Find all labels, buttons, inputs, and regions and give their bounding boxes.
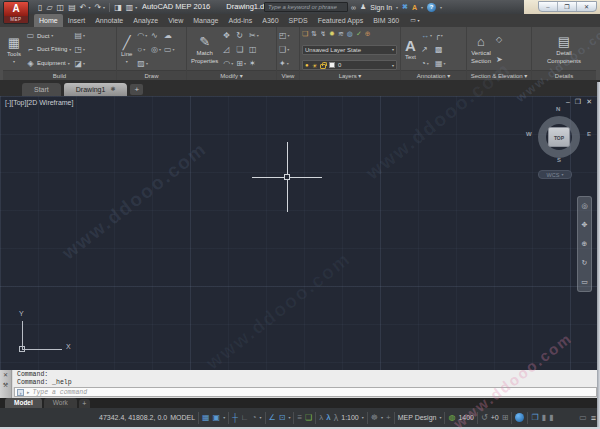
wipeout-button[interactable]: ▩ (435, 45, 446, 54)
ribbon-tab-annotate[interactable]: Annotate (90, 14, 128, 27)
explode-button[interactable]: ✶ (249, 59, 259, 68)
view-tool-2[interactable]: ❑▾ (279, 45, 290, 54)
object-snap-tracking-icon[interactable]: ∠ (269, 413, 276, 423)
sign-in-button[interactable]: Sign In (370, 4, 392, 11)
copy-button[interactable]: ❏ (236, 45, 246, 54)
cloud-button[interactable]: ☁ (164, 31, 175, 40)
elevation-button[interactable]: ➤ (496, 55, 503, 64)
section-box-button[interactable]: ◇ (496, 35, 503, 44)
ribbon-tab-spds[interactable]: SPDS (284, 14, 313, 27)
status-bar-extra-icon[interactable]: ▮ (542, 413, 546, 423)
redo-dropdown[interactable]: ▾ (103, 5, 105, 10)
line-button[interactable]: ╱ Line ▾ (119, 29, 134, 70)
viewcube-top-face[interactable]: TOP (548, 127, 570, 147)
hatch-button[interactable]: ▨▾ (137, 59, 148, 68)
coordinates-readout[interactable]: 47342.4, 41808.2, 0.0 (99, 414, 167, 421)
annotation-scale-value[interactable]: 1:100 (341, 414, 359, 421)
help-dropdown[interactable]: ▾ (440, 5, 442, 10)
viewport-controls-label[interactable]: [-][Top][2D Wireframe] (5, 99, 73, 106)
viewcube-south[interactable]: S (557, 157, 561, 163)
layer-off-icon[interactable]: ◍ (347, 30, 353, 38)
qat-customize-dropdown[interactable]: ▾ (135, 5, 137, 10)
navigation-bar[interactable]: ◎ ✥ ⊕ ↻ ▭ (577, 196, 592, 292)
ribbon-tab-home[interactable]: Home (34, 14, 63, 27)
arc-button[interactable]: ◠▾ (137, 31, 148, 40)
view-tool-1[interactable]: ◰▾ (279, 31, 290, 40)
array-button[interactable]: ⊞▾ (236, 59, 246, 68)
detail-components-button[interactable]: ▤ Detail Components (545, 29, 583, 70)
panel-title-draw[interactable]: Draw (117, 70, 186, 80)
graphics-performance-icon[interactable] (515, 413, 524, 422)
dimension-button[interactable]: ↔▾ (421, 31, 432, 40)
multileader-button[interactable]: ╭▾ (435, 31, 446, 40)
undo-icon[interactable]: ↶ (80, 3, 87, 12)
circle-button[interactable]: ○▾ (137, 45, 148, 54)
command-history[interactable]: Command: Command: _help (13, 370, 600, 387)
workspace-switcher[interactable]: MEP Design (398, 414, 437, 421)
application-menu-button[interactable]: A MEP (3, 1, 29, 24)
clean-screen-icon[interactable]: ▭ (579, 413, 587, 423)
cable-tray-button[interactable]: ◳ ▾ (74, 45, 85, 54)
panel-title-build[interactable]: Build (3, 70, 116, 80)
layer-on-icon[interactable]: ✓ (356, 30, 362, 38)
equipment-button[interactable]: ◈ Equipment ▾ (26, 57, 71, 69)
layer-lock-icon[interactable]: ⊕ (365, 30, 371, 38)
file-tab-start[interactable]: Start (22, 83, 61, 96)
customization-menu-icon[interactable]: ≡ (591, 413, 596, 423)
workspace-gear-dropdown[interactable]: ▾ (381, 415, 383, 420)
viewcube-north[interactable]: N (556, 106, 560, 112)
tools-button[interactable]: ▦ Tools ▾ (5, 29, 23, 70)
zoom-icon[interactable]: ⊕ (582, 240, 588, 248)
text-button[interactable]: A Text (403, 29, 418, 70)
ribbon-tab-addins[interactable]: Add-ins (223, 14, 257, 27)
clean-screen-corners-icon[interactable]: ⊞ (502, 413, 509, 423)
panel-title-annotation[interactable]: Annotation ▾ (401, 70, 466, 80)
workspace-switcher-dropdown[interactable]: ▾ (439, 415, 441, 420)
workspace-icon[interactable]: ◨ (114, 3, 122, 12)
pan-icon[interactable]: ✥ (582, 221, 588, 229)
showmotion-icon[interactable]: ▭ (581, 278, 588, 286)
duct-button[interactable]: ▭ Duct ▾ (26, 30, 71, 42)
autoscale-icon[interactable]: λ (326, 413, 330, 423)
plumbing-button[interactable]: ◪ ▾ (74, 59, 85, 68)
layer-prev-icon[interactable]: ↯ (320, 30, 326, 38)
panel-title-layers[interactable]: Layers ▾ (300, 70, 400, 80)
file-tab-drawing1[interactable]: Drawing1 ✱ (64, 83, 128, 96)
vertical-section-button[interactable]: ⌂ Vertical Section (469, 29, 493, 70)
object-snap-icon[interactable]: ⊡ (279, 413, 286, 423)
wcs-selector[interactable]: WCS ▾ (538, 170, 572, 179)
layout-tab-work[interactable]: Work (44, 398, 77, 408)
viewcube-west[interactable]: W (526, 131, 532, 137)
grid-toggle-icon[interactable]: ▦ (202, 413, 210, 423)
donut-button[interactable]: ◎▾ (151, 45, 161, 54)
app-manager-dropdown[interactable]: ▾ (421, 5, 423, 10)
polyline-button[interactable]: ∿ (151, 31, 161, 40)
dynamic-input-icon[interactable]: ┼ (232, 413, 238, 423)
mirror-button[interactable]: ◫ (249, 45, 259, 54)
redo-icon[interactable]: ↷ (94, 3, 101, 12)
panel-title-details[interactable]: Details (532, 70, 596, 80)
status-bar-extra-icon[interactable]: ▮ (549, 413, 553, 423)
user-icon[interactable]: ♟ (360, 3, 366, 11)
close-button[interactable]: ✕ (577, 2, 596, 11)
object-snap-dropdown[interactable]: ▾ (288, 415, 290, 420)
new-drawing-tab-button[interactable]: + (130, 84, 143, 95)
table-button[interactable]: ▦▾ (435, 59, 446, 68)
layer-combo[interactable]: ● ☀ 0 ▾ (302, 60, 397, 70)
rectangle-button[interactable]: ▭▾ (164, 45, 175, 54)
annotation-visibility-icon[interactable]: λ (319, 413, 323, 423)
orbit-icon[interactable]: ↻ (582, 259, 588, 267)
plot-icon[interactable]: ▤ (68, 3, 76, 12)
elevation-offset[interactable]: +0 (491, 414, 499, 421)
polar-tracking-icon[interactable]: ◔ (252, 413, 257, 423)
layer-properties-icon[interactable]: ❏ (302, 30, 308, 38)
annotation-scale-dropdown[interactable]: ▾ (362, 415, 364, 420)
snap-toggle-icon[interactable]: ▣ (213, 413, 221, 423)
lineweight-toggle-icon[interactable]: ≡ (297, 413, 302, 423)
view-tool-3[interactable]: ✦▾ (279, 59, 290, 68)
panel-title-section[interactable]: Section & Elevation ▾ (467, 70, 531, 80)
sign-in-dropdown[interactable]: ▾ (396, 5, 398, 10)
centerline-button[interactable]: ◔▾ (421, 59, 432, 68)
layer-isolate-icon[interactable]: ✹ (329, 30, 335, 38)
replace-z-icon[interactable]: ↺ (481, 413, 488, 423)
